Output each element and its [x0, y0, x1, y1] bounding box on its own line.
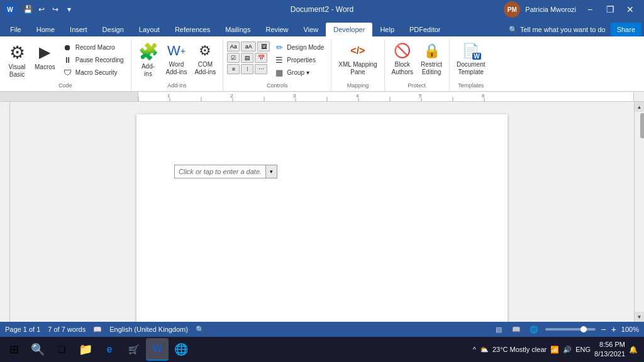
tab-view[interactable]: View	[296, 23, 326, 36]
properties-button[interactable]: ☰ Properties	[271, 54, 327, 66]
tab-insert[interactable]: Insert	[62, 23, 95, 36]
ruler-svg: 1 2 3 4 5 6	[138, 92, 633, 101]
scroll-up-button[interactable]: ▲	[635, 102, 645, 112]
word-count[interactable]: 7 of 7 words	[48, 326, 86, 333]
undo-button[interactable]: ↩	[35, 3, 48, 16]
zoom-plus-icon[interactable]: +	[611, 324, 616, 334]
system-clock[interactable]: 8:56 PM 8/13/2021	[594, 340, 625, 359]
file-explorer-button[interactable]: 📁	[74, 338, 97, 361]
svg-text:4: 4	[356, 93, 359, 99]
system-tray: ^ ⛅ 23°C Mostly clear 📶 🔊 ENG 8:56 PM 8/…	[469, 340, 641, 359]
titlebar-right: PM Patricia Mworozi − ❐ ✕	[504, 1, 639, 18]
word-taskbar-button[interactable]: W	[146, 338, 169, 361]
pause-recording-button[interactable]: ⏸ Pause Recording	[60, 54, 127, 66]
zoom-thumb[interactable]	[580, 326, 587, 332]
notifications-button[interactable]: 🔔	[629, 346, 638, 354]
print-layout-button[interactable]: ▤	[492, 324, 505, 335]
user-avatar[interactable]: PM	[504, 1, 520, 18]
track-changes-icon: 🔍	[196, 326, 204, 334]
combo-btn[interactable]: ▤	[241, 53, 253, 63]
show-hidden-icons[interactable]: ^	[473, 346, 476, 353]
minimize-button[interactable]: −	[581, 3, 599, 16]
language[interactable]: English (United Kingdom)	[109, 326, 188, 333]
date-btn[interactable]: 📅	[255, 53, 267, 63]
macro-security-icon: 🛡	[63, 68, 73, 77]
svg-text:3: 3	[293, 93, 296, 99]
text-box-btn[interactable]: aA	[241, 41, 256, 52]
vertical-scrollbar[interactable]: ▲ ▼	[634, 102, 644, 322]
close-button[interactable]: ✕	[621, 3, 639, 16]
mapping-group-label: Mapping	[335, 81, 380, 90]
xml-mapping-pane-button[interactable]: </> XML MappingPane	[335, 40, 380, 78]
search-button[interactable]: 🔍	[26, 338, 49, 361]
ribbon-group-mapping: </> XML MappingPane Mapping	[331, 39, 384, 91]
redo-button[interactable]: ↪	[49, 3, 62, 16]
date-input-field[interactable]: Click or tap to enter a date.	[175, 167, 265, 177]
task-view-button[interactable]: ❑	[50, 338, 73, 361]
edge-button[interactable]: e	[98, 338, 121, 361]
block-authors-button[interactable]: 🚫 BlockAuthors	[389, 40, 416, 78]
zoom-slider[interactable]	[545, 328, 596, 331]
image-control-btn[interactable]: 🖼	[257, 41, 270, 52]
tab-design[interactable]: Design	[95, 23, 131, 36]
chrome-button[interactable]: 🌐	[170, 338, 192, 361]
tab-layout[interactable]: Layout	[131, 23, 167, 36]
date-dropdown-button[interactable]: ▾	[265, 165, 277, 178]
macro-controls-col: ⏺ Record Macro ⏸ Pause Recording 🛡 Macro…	[60, 40, 127, 79]
tab-home[interactable]: Home	[29, 23, 62, 36]
tab-file[interactable]: File	[3, 23, 29, 36]
more-btn[interactable]: ⋯	[255, 64, 267, 74]
group-button[interactable]: ▦ Group ▾	[271, 67, 327, 79]
share-button[interactable]: Share	[611, 23, 641, 36]
page-info[interactable]: Page 1 of 1	[5, 326, 40, 333]
restore-button[interactable]: ❐	[601, 3, 619, 16]
macro-security-button[interactable]: 🛡 Macro Security	[60, 67, 127, 79]
scroll-thumb[interactable]	[640, 113, 645, 138]
web-layout-button[interactable]: 🌐	[528, 324, 540, 335]
com-add-ins-button[interactable]: ⚙ COMAdd-ins	[191, 40, 219, 78]
start-button[interactable]: ⊞	[3, 338, 25, 361]
tab-review[interactable]: Review	[258, 23, 296, 36]
protect-group-items: 🚫 BlockAuthors 🔒 RestrictEditing	[389, 40, 445, 81]
tab-mailings[interactable]: Mailings	[218, 23, 258, 36]
spin-btn[interactable]: ⁝	[241, 64, 253, 74]
add-ins-button[interactable]: 🧩 Add-ins	[135, 40, 162, 78]
design-mode-button[interactable]: ✏ Design Mode	[271, 41, 327, 53]
tab-help[interactable]: Help	[372, 23, 402, 36]
visual-basic-icon: ⚙	[7, 42, 27, 62]
tab-developer[interactable]: Developer	[326, 23, 372, 36]
dropdown-arrow-icon: ▾	[270, 168, 273, 175]
restrict-editing-button[interactable]: 🔒 RestrictEditing	[418, 40, 445, 78]
macros-button[interactable]: ▶ Macros	[31, 40, 58, 78]
save-button[interactable]: 💾	[21, 3, 34, 16]
document-template-label: DocumentTemplate	[457, 61, 486, 76]
list-btn[interactable]: ≡	[227, 64, 240, 74]
visual-basic-button[interactable]: ⚙ VisualBasic	[4, 40, 30, 78]
ribbon-group-protect: 🚫 BlockAuthors 🔒 RestrictEditing Protect	[385, 39, 450, 91]
proofing-icon: 📖	[93, 326, 102, 334]
tell-me-search[interactable]: 🔍 Tell me what you want to do	[509, 26, 606, 34]
xml-mapping-pane-icon: </>	[348, 42, 368, 60]
scroll-down-button[interactable]: ▼	[635, 312, 645, 322]
addins-group-label: Add-ins	[135, 81, 219, 90]
store-button[interactable]: 🛒	[122, 338, 145, 361]
word-add-ins-label: WordAdd-ins	[166, 61, 187, 76]
zoom-level[interactable]: 100%	[621, 326, 639, 333]
language-indicator[interactable]: ENG	[575, 346, 591, 353]
ribbon-group-controls: Aa aA 🖼 ☑ ▤ 📅 ≡ ⁝ ⋯ ✏ D	[223, 39, 331, 91]
tab-pdfeditor[interactable]: PDFeditor	[402, 23, 448, 36]
clock-date: 8/13/2021	[594, 349, 625, 359]
word-add-ins-button[interactable]: W+ WordAdd-ins	[163, 40, 191, 78]
text-control-btn[interactable]: Aa	[227, 41, 240, 52]
zoom-minus-icon[interactable]: −	[601, 324, 606, 334]
checkbox-btn[interactable]: ☑	[227, 53, 240, 63]
record-macro-button[interactable]: ⏺ Record Macro	[60, 41, 127, 53]
tab-references[interactable]: References	[167, 23, 218, 36]
read-mode-button[interactable]: 📖	[510, 324, 523, 335]
document-template-button[interactable]: 📄 W DocumentTemplate	[453, 40, 489, 78]
page-area[interactable]: Click or tap to enter a date. ▾	[10, 102, 634, 322]
document-page[interactable]: Click or tap to enter a date. ▾	[136, 114, 508, 322]
ribbon-tab-bar: File Home Insert Design Layout Reference…	[0, 19, 644, 36]
date-picker-control[interactable]: Click or tap to enter a date. ▾	[174, 165, 277, 178]
customize-quick-access-button[interactable]: ▾	[63, 3, 75, 16]
